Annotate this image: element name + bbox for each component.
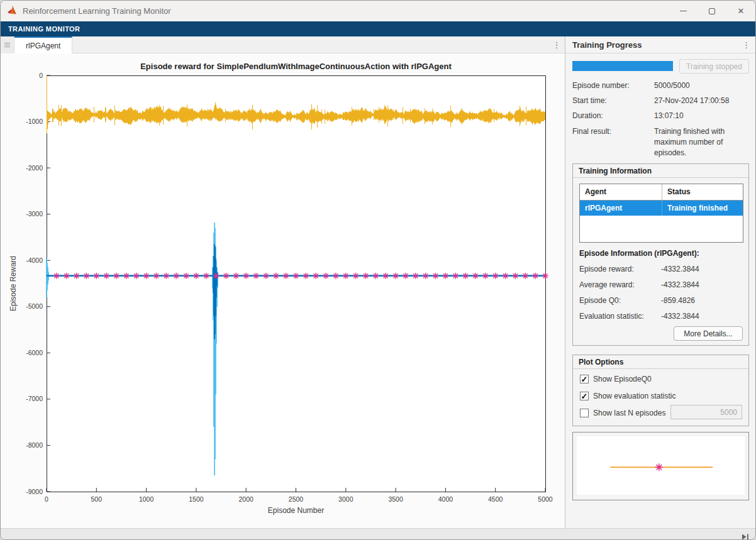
tab-overflow-menu-button[interactable]: ⋮ <box>548 36 565 53</box>
app-window: Reinforcement Learning Training Monitor … <box>0 0 756 540</box>
svg-text:-9000: -9000 <box>26 488 43 495</box>
close-icon: ✕ <box>738 7 745 15</box>
title-bar: Reinforcement Learning Training Monitor … <box>1 1 755 21</box>
svg-text:0: 0 <box>39 72 43 79</box>
show-episodeq0-label: Show EpisodeQ0 <box>593 375 652 383</box>
show-episodeq0-checkbox[interactable]: ✓ <box>580 375 589 383</box>
tab-rlpgagent[interactable]: rlPGAgent <box>14 36 72 53</box>
duration-value: 13:07:10 <box>654 111 750 121</box>
episode-reward-value: -4332.3844 <box>661 265 699 273</box>
episode-q0-value: -859.4826 <box>661 296 695 305</box>
status-cell: Training finished <box>662 201 743 216</box>
minimize-button[interactable] <box>669 1 698 21</box>
average-reward-label: Average reward: <box>579 280 635 289</box>
evaluation-statistic-row: Evaluation statistic: -4332.3844 <box>579 312 742 321</box>
grip-icon <box>4 43 10 47</box>
training-information-title: Training Information <box>573 164 748 178</box>
matlab-logo-icon <box>7 5 18 18</box>
last-n-episodes-input[interactable] <box>670 405 742 419</box>
window-controls: ✕ <box>669 1 755 21</box>
progress-bar-fill <box>572 61 673 71</box>
reward-preview-box[interactable] <box>572 432 749 500</box>
panel-header: Training Progress ⋮ <box>565 36 755 53</box>
show-evaluation-statistic-label: Show evaluation statistic <box>593 392 675 400</box>
evaluation-statistic-value: -4332.3844 <box>661 312 699 321</box>
more-details-button[interactable]: More Details... <box>674 326 743 341</box>
agent-cell: rlPGAgent <box>580 201 662 216</box>
panel-title: Training Progress <box>572 40 642 50</box>
svg-text:-2000: -2000 <box>26 164 43 172</box>
show-evaluation-statistic-checkbox[interactable]: ✓ <box>580 392 589 400</box>
tab-grip-button[interactable] <box>1 36 14 53</box>
svg-text:-4000: -4000 <box>26 256 43 264</box>
svg-text:Episode Reward: Episode Reward <box>9 256 18 311</box>
figure-pane: rlPGAgent ⋮ Episode reward for SimplePen… <box>1 36 565 528</box>
svg-text:1000: 1000 <box>139 495 154 503</box>
bottom-status-bar <box>1 528 755 539</box>
show-last-n-episodes-checkbox[interactable] <box>580 409 589 417</box>
show-last-n-episodes-label: Show last N episodes <box>593 409 665 417</box>
svg-text:-3000: -3000 <box>26 210 43 218</box>
episode-reward-chart[interactable]: Episode reward for SimplePendlumWithImag… <box>1 53 565 528</box>
svg-text:-1000: -1000 <box>26 118 43 125</box>
maximize-icon <box>709 8 715 14</box>
episode-q0-row: Episode Q0: -859.4826 <box>579 296 742 305</box>
duration-label: Duration: <box>572 111 603 121</box>
average-reward-row: Average reward: -4332.3844 <box>579 280 742 289</box>
show-episodeq0-option: ✓ Show EpisodeQ0 <box>580 374 652 384</box>
episode-reward-row: Episode reward: -4332.3844 <box>579 265 742 273</box>
final-result-label: Final result: <box>572 126 611 136</box>
training-stopped-button[interactable]: Training stopped <box>679 59 749 74</box>
status-column-header: Status <box>662 184 743 200</box>
reward-preview-plot <box>577 436 745 495</box>
minimize-icon <box>680 11 687 11</box>
training-progress-panel: Training Progress ⋮ Training stopped Epi… <box>565 36 755 528</box>
average-reward-value: -4332.3844 <box>661 280 699 289</box>
svg-text:500: 500 <box>91 495 103 503</box>
agent-column-header: Agent <box>580 184 662 200</box>
tab-label: rlPGAgent <box>26 41 60 50</box>
episode-reward-label: Episode reward: <box>579 265 634 273</box>
svg-text:2500: 2500 <box>289 495 304 503</box>
svg-text:Episode Number: Episode Number <box>268 506 324 515</box>
window-title: Reinforcement Learning Training Monitor <box>23 6 171 16</box>
svg-text:-5000: -5000 <box>26 302 43 310</box>
svg-text:-6000: -6000 <box>26 349 43 356</box>
table-header-row: Agent Status <box>580 184 743 201</box>
ribbon-tab-training-monitor[interactable]: TRAINING MONITOR <box>1 21 755 36</box>
svg-text:-8000: -8000 <box>26 441 43 449</box>
svg-text:0: 0 <box>45 495 48 503</box>
episode-q0-label: Episode Q0: <box>579 296 621 305</box>
ribbon-tab-label: TRAINING MONITOR <box>8 25 80 33</box>
episode-information-title: Episode Information (rlPGAgent): <box>579 249 699 258</box>
svg-text:4000: 4000 <box>438 495 453 503</box>
show-last-n-episodes-option: Show last N episodes <box>580 408 665 418</box>
svg-text:3000: 3000 <box>338 495 353 503</box>
svg-text:4500: 4500 <box>488 495 503 503</box>
svg-text:Episode reward for SimplePendl: Episode reward for SimplePendlumWithImag… <box>140 62 452 71</box>
agent-status-table: Agent Status rlPGAgent Training finished <box>579 184 743 243</box>
svg-text:3500: 3500 <box>388 495 403 503</box>
plot-options-title: Plot Options <box>573 355 748 369</box>
svg-text:-7000: -7000 <box>26 395 43 402</box>
maximize-button[interactable] <box>698 1 726 21</box>
panel-menu-button[interactable]: ⋮ <box>742 40 750 50</box>
start-time-value: 27-Nov-2024 17:00:58 <box>654 96 750 106</box>
training-information-group: Training Information Agent Status rlPGAg… <box>572 163 749 346</box>
svg-text:2000: 2000 <box>239 495 254 503</box>
close-button[interactable]: ✕ <box>726 1 755 21</box>
expand-panel-icon[interactable] <box>742 531 749 540</box>
episode-number-label: Episode number: <box>572 80 630 91</box>
final-result-value: Training finished with maximum number of… <box>654 126 750 158</box>
svg-text:5000: 5000 <box>538 495 553 503</box>
table-row[interactable]: rlPGAgent Training finished <box>580 201 743 216</box>
svg-text:1500: 1500 <box>189 495 204 503</box>
show-evaluation-statistic-option: ✓ Show evaluation statistic <box>580 391 675 401</box>
document-tab-strip: rlPGAgent ⋮ <box>1 36 565 53</box>
training-progress-bar <box>572 61 673 71</box>
start-time-label: Start time: <box>572 96 607 106</box>
evaluation-statistic-label: Evaluation statistic: <box>579 312 644 321</box>
main-area: rlPGAgent ⋮ Episode reward for SimplePen… <box>1 36 755 528</box>
episode-number-value: 5000/5000 <box>654 80 750 91</box>
plot-options-group: Plot Options ✓ Show EpisodeQ0 ✓ Show eva… <box>572 355 749 426</box>
